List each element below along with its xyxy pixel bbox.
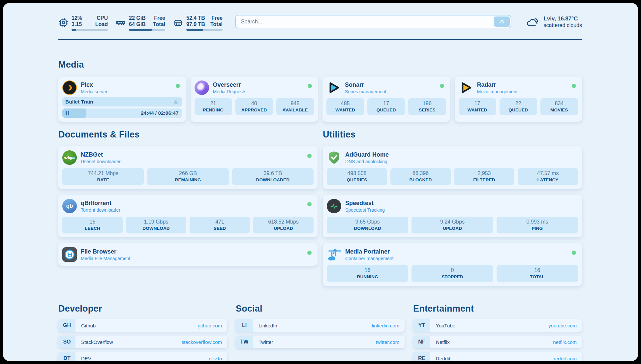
- stat-box: 618.52 Mbps UPLOAD: [253, 217, 314, 233]
- section-heading-utilities: Utilities: [323, 130, 582, 140]
- status-dot-online: [572, 84, 576, 88]
- status-dot-online: [176, 84, 180, 88]
- stat-box: 22 QUEUED: [500, 98, 537, 115]
- app-card-filebrowser[interactable]: File Browser Media File Management: [58, 243, 318, 266]
- app-title: Speedtest: [345, 200, 385, 207]
- section-heading-media: Media: [58, 60, 582, 70]
- stat-label: QUEUED: [368, 107, 404, 112]
- link-reddit[interactable]: RE Reddit reddit.com: [413, 352, 582, 361]
- plex-icon: [62, 80, 77, 95]
- stat-label: WANTED: [459, 107, 496, 112]
- stat-label: RUNNING: [327, 274, 408, 279]
- link-name: YouTube: [436, 323, 455, 328]
- search-input[interactable]: [235, 15, 511, 28]
- app-card-overseerr[interactable]: Overseerr Media Requests 21 PENDING 40 A…: [191, 76, 318, 122]
- stat-label: SEED: [190, 226, 249, 231]
- ram-stat: 22 GiB 64 GiB Free Total: [116, 15, 165, 31]
- hw-label: Free: [210, 15, 223, 21]
- hw-value: 97.9 TB: [186, 21, 205, 27]
- link-url: reddit.com: [554, 356, 577, 361]
- overseerr-icon: [195, 80, 209, 95]
- stat-box: 0 STOPPED: [412, 265, 493, 282]
- stat-label: TOTAL: [497, 274, 577, 279]
- stat-value: 9.24 Gbps: [412, 219, 492, 225]
- stat-box: 498,508 QUERIES: [327, 168, 387, 185]
- weather-condition: scattered clouds: [543, 22, 582, 28]
- speedtest-icon: [327, 199, 341, 213]
- stat-box: 40 APPROVED: [235, 98, 273, 115]
- app-card-speedtest[interactable]: Speedtest Speedtest Tracking 9.65 Gbps D…: [323, 195, 582, 237]
- playback-time: 24:44 / 02:06:47: [141, 110, 179, 116]
- section-heading-entertainment: Entertainment: [413, 304, 582, 314]
- link-twitter[interactable]: TW Twitter twitter.com: [236, 336, 405, 348]
- app-subtitle: Usenet downloader: [81, 159, 121, 164]
- stat-box: 39.6 TB DOWNLOADED: [232, 168, 314, 185]
- cpu-usage-bar: [72, 29, 108, 31]
- app-card-sonarr[interactable]: Sonarr Series management 485 WANTED 17 Q…: [322, 76, 450, 122]
- app-card-adguard[interactable]: AdGuard Home DNS and adblocking 498,508 …: [323, 146, 582, 189]
- nzbget-icon: nzbget: [62, 150, 77, 165]
- stat-label: FILTERED: [455, 177, 514, 182]
- stat-box: 16 TOTAL: [497, 265, 578, 282]
- stat-value: 21: [195, 101, 231, 106]
- app-title: Sonarr: [345, 81, 386, 88]
- stat-label: DOWNLOADED: [233, 177, 313, 182]
- hw-label: CPU: [95, 15, 108, 21]
- app-subtitle: Series management: [345, 89, 386, 94]
- stat-box: 16 LEECH: [62, 217, 123, 233]
- link-url: github.com: [198, 323, 222, 328]
- link-name: Reddit: [436, 356, 450, 361]
- link-badge: RE: [413, 352, 430, 361]
- app-card-radarr[interactable]: Radarr Movie management 17 WANTED 22 QUE…: [455, 76, 582, 122]
- link-linkedin[interactable]: LI LinkedIn linkedin.com: [236, 319, 405, 332]
- header-bar: 12% 3.15 CPU Load: [58, 3, 582, 31]
- stat-label: REMAINING: [148, 177, 228, 182]
- stat-label: QUEUED: [500, 107, 536, 112]
- link-netflix[interactable]: NF Netflix netflix.com: [413, 336, 582, 348]
- stat-value: 22: [500, 101, 536, 106]
- section-heading-social: Social: [236, 304, 405, 314]
- app-card-nzbget[interactable]: nzbget NZBGet Usenet downloader 744.21 M…: [58, 146, 318, 189]
- app-title: qBittorrent: [81, 200, 120, 207]
- stat-label: RATE: [63, 177, 143, 182]
- app-card-plex[interactable]: Plex Media server Bullet Train 24:44 / 0…: [58, 76, 186, 122]
- app-subtitle: Container management: [345, 256, 393, 261]
- search-engine-button[interactable]: G: [494, 16, 510, 27]
- link-name: StackOverflow: [81, 339, 113, 345]
- link-url: youtube.com: [548, 323, 577, 328]
- link-badge: GH: [58, 319, 76, 332]
- status-dot-online: [307, 154, 312, 158]
- ram-usage-bar: [129, 29, 165, 31]
- stat-label: LATENCY: [518, 177, 577, 182]
- app-title: File Browser: [81, 248, 130, 255]
- stat-label: QUERIES: [327, 177, 386, 182]
- link-dev[interactable]: DT DEV dev.to: [58, 352, 227, 361]
- app-subtitle: Movie management: [477, 89, 518, 94]
- cpu-icon: [58, 18, 68, 28]
- link-youtube[interactable]: YT YouTube youtube.com: [413, 319, 582, 332]
- app-title: Plex: [81, 81, 107, 88]
- stat-label: DOWNLOAD: [327, 226, 408, 231]
- stat-value: 485: [327, 101, 363, 106]
- playback-progress-bar[interactable]: 24:44 / 02:06:47: [62, 108, 182, 118]
- stat-value: 2,953: [455, 170, 514, 176]
- sonarr-icon: [326, 80, 341, 95]
- stat-value: 945: [277, 101, 313, 106]
- app-title: AdGuard Home: [345, 151, 389, 158]
- stat-box: 266 GB REMAINING: [147, 168, 229, 185]
- status-dot-online: [440, 84, 444, 88]
- link-badge: LI: [236, 319, 253, 332]
- link-stackoverflow[interactable]: SO StackOverflow stackoverflow.com: [58, 336, 227, 348]
- stat-value: 47.57 ms: [518, 170, 577, 176]
- link-github[interactable]: GH Github github.com: [58, 319, 227, 332]
- app-card-qbittorrent[interactable]: qb qBittorrent Torrent downloader 16 LEE…: [58, 195, 318, 237]
- app-card-portainer[interactable]: Media Portainer Container management 16 …: [323, 243, 582, 286]
- ram-icon: [116, 18, 126, 28]
- link-name: Github: [81, 323, 96, 328]
- link-url: linkedin.com: [372, 323, 399, 328]
- hw-label: Load: [95, 21, 108, 27]
- camera-icon: [173, 99, 179, 105]
- stat-value: 39.6 TB: [233, 170, 313, 176]
- link-badge: TW: [236, 336, 253, 348]
- status-dot-online: [307, 251, 312, 255]
